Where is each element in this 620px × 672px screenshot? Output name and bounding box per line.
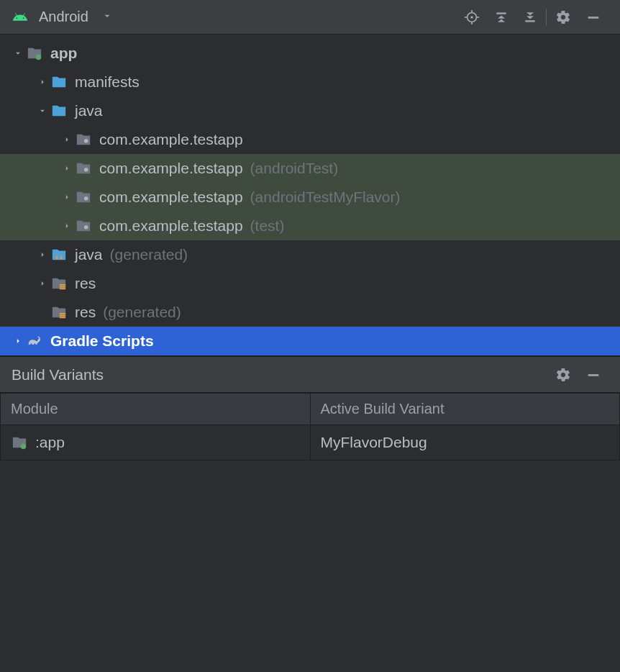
minimize-icon[interactable] (578, 9, 608, 25)
project-tree: app manifests java com.example.testapp (0, 35, 620, 355)
tree-label: Gradle Scripts (50, 332, 154, 350)
toolbar-divider (546, 9, 547, 26)
package-folder-icon (75, 189, 92, 206)
column-variant[interactable]: Active Build Variant (310, 394, 620, 425)
svg-rect-16 (60, 288, 65, 289)
tree-label: app (50, 45, 77, 62)
chevron-down-icon[interactable] (35, 106, 50, 116)
chevron-right-icon[interactable] (59, 192, 75, 202)
expand-all-icon[interactable] (487, 10, 516, 24)
table-row[interactable]: :app MyFlavorDebug (1, 425, 620, 460)
tree-node-manifests[interactable]: manifests (0, 68, 620, 96)
package-folder-icon (75, 131, 92, 148)
svg-point-9 (36, 55, 41, 60)
tree-suffix: (generated) (103, 304, 181, 321)
collapse-all-icon[interactable] (516, 10, 544, 24)
resource-folder-icon (50, 304, 68, 321)
tree-node-app[interactable]: app (0, 39, 620, 68)
svg-point-11 (84, 168, 88, 172)
tree-node-package-test[interactable]: com.example.testapp (test) (0, 212, 620, 240)
tree-suffix: (androidTestMyFlavor) (250, 189, 401, 206)
gear-icon[interactable] (548, 9, 578, 25)
tree-node-java-generated[interactable]: java (generated) (0, 240, 620, 269)
panel-title: Build Variants (12, 366, 104, 383)
tree-label: java (75, 102, 103, 119)
view-type-label[interactable]: Android (39, 9, 88, 25)
build-variants-panel: Build Variants Module Active Build Varia… (0, 355, 620, 460)
variant-cell[interactable]: MyFlavorDebug (310, 425, 620, 460)
svg-rect-18 (60, 315, 65, 317)
chevron-down-icon[interactable] (10, 48, 26, 58)
android-icon (12, 9, 29, 26)
tree-label: com.example.testapp (99, 189, 243, 206)
chevron-right-icon[interactable] (59, 163, 75, 173)
svg-point-10 (84, 139, 88, 143)
svg-point-20 (36, 340, 37, 341)
svg-rect-15 (60, 286, 65, 288)
svg-point-1 (470, 16, 473, 19)
tree-suffix: (generated) (110, 246, 188, 263)
svg-rect-7 (525, 20, 534, 22)
gear-icon[interactable] (548, 367, 578, 383)
folder-icon (50, 73, 68, 91)
chevron-right-icon[interactable] (35, 250, 50, 260)
folder-icon (50, 102, 68, 119)
target-icon[interactable] (457, 9, 487, 25)
tree-label: com.example.testapp (99, 160, 243, 177)
tree-node-gradle-scripts[interactable]: Gradle Scripts (0, 327, 620, 355)
resource-folder-icon (50, 275, 68, 292)
tree-node-package[interactable]: com.example.testapp (0, 125, 620, 154)
svg-rect-21 (588, 374, 599, 376)
package-folder-icon (75, 217, 92, 235)
panel-header: Build Variants (0, 357, 620, 393)
tree-label: manifests (75, 73, 140, 91)
chevron-right-icon[interactable] (59, 221, 75, 231)
module-folder-icon (11, 434, 28, 451)
svg-point-13 (84, 225, 88, 230)
svg-rect-17 (60, 313, 65, 314)
project-view-toolbar: Android (0, 0, 620, 35)
chevron-down-icon[interactable] (101, 9, 113, 25)
tree-node-res[interactable]: res (0, 269, 620, 298)
tree-label: res (75, 275, 96, 292)
tree-node-java[interactable]: java (0, 96, 620, 125)
tree-label: java (75, 246, 103, 263)
tree-node-package-test[interactable]: com.example.testapp (androidTestMyFlavor… (0, 183, 620, 212)
svg-rect-8 (588, 17, 599, 19)
tree-label: res (75, 304, 96, 321)
tree-node-package-test[interactable]: com.example.testapp (androidTest) (0, 154, 620, 183)
tree-label: com.example.testapp (99, 131, 243, 148)
module-name: :app (35, 434, 65, 451)
svg-rect-19 (60, 317, 65, 318)
chevron-right-icon[interactable] (35, 77, 50, 87)
package-folder-icon (75, 160, 92, 177)
gradle-icon (26, 332, 43, 350)
minimize-icon[interactable] (578, 367, 608, 383)
tree-suffix: (androidTest) (250, 160, 339, 177)
chevron-right-icon[interactable] (35, 278, 50, 289)
generated-folder-icon (50, 246, 68, 263)
svg-point-22 (21, 444, 26, 449)
column-module[interactable]: Module (1, 394, 311, 425)
tree-suffix: (test) (250, 217, 285, 235)
build-variants-table: Module Active Build Variant :app MyFlavo… (0, 393, 620, 460)
chevron-right-icon[interactable] (10, 336, 26, 346)
svg-rect-6 (496, 12, 506, 14)
svg-rect-14 (60, 284, 65, 286)
module-folder-icon (26, 45, 43, 62)
svg-point-12 (84, 196, 88, 201)
tree-label: com.example.testapp (99, 217, 243, 235)
chevron-right-icon[interactable] (59, 135, 75, 145)
tree-node-res-generated[interactable]: res (generated) (0, 298, 620, 327)
